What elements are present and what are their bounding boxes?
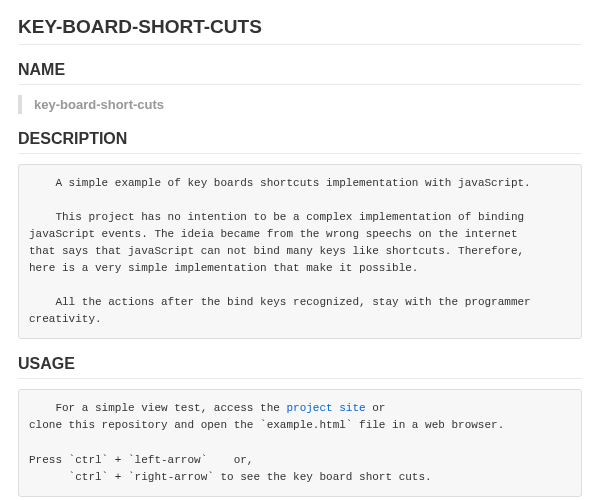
section-heading-usage: USAGE	[18, 355, 582, 379]
usage-text-pre: For a simple view test, access the	[29, 402, 286, 414]
page-title: KEY-BOARD-SHORT-CUTS	[18, 16, 582, 45]
section-heading-name: NAME	[18, 61, 582, 85]
project-site-link[interactable]: project site	[286, 402, 365, 414]
usage-codeblock: For a simple view test, access the proje…	[18, 389, 582, 496]
name-block: key-board-short-cuts	[18, 95, 582, 114]
usage-text-post: or clone this repository and open the `e…	[29, 402, 504, 482]
description-codeblock: A simple example of key boards shortcuts…	[18, 164, 582, 339]
section-heading-description: DESCRIPTION	[18, 130, 582, 154]
